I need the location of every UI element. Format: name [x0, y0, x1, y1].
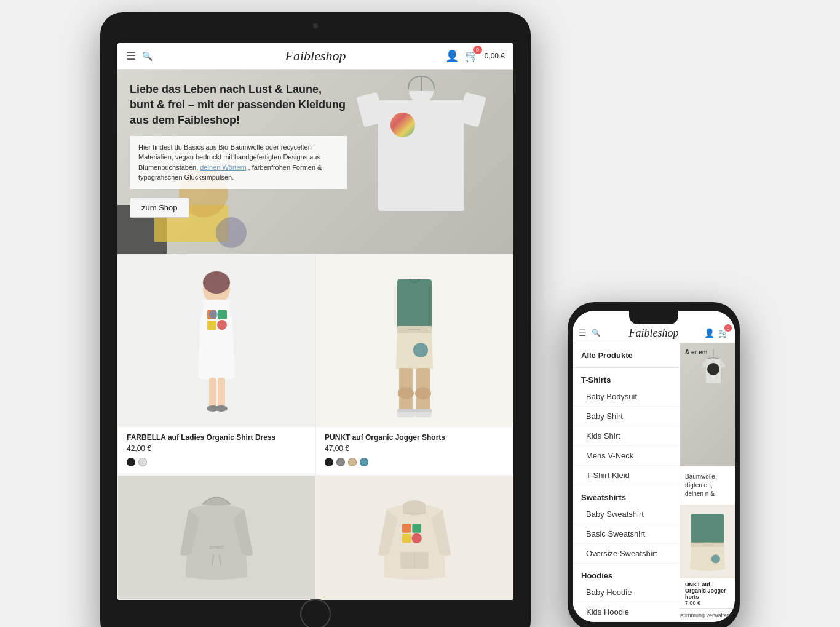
- hero-bg-circle-purple: [216, 217, 247, 248]
- account-icon[interactable]: 👤: [445, 49, 459, 63]
- tshirt-sleeve-left: [356, 92, 385, 127]
- swatch-2-beige[interactable]: [348, 458, 357, 466]
- product-price-1: 42,00 €: [127, 444, 306, 453]
- phone-bg-product-price: 7,00 €: [685, 600, 730, 606]
- svg-point-18: [415, 387, 431, 399]
- svg-rect-27: [412, 524, 421, 533]
- svg-rect-4: [207, 321, 216, 330]
- phone-bg-content: & er em: [680, 343, 735, 622]
- product-image-4: [316, 476, 513, 599]
- products-grid: FARBELLA auf Ladies Organic Shirt Dress …: [117, 254, 513, 600]
- tablet-brand[interactable]: Faibleshop: [285, 48, 346, 64]
- hero-cta-button[interactable]: zum Shop: [130, 198, 189, 218]
- nav-all-products[interactable]: Alle Produkte: [573, 343, 680, 368]
- phone-mini-tshirt: [695, 349, 732, 411]
- nav-sub-kids-hoodie[interactable]: Kids Hoodie: [573, 602, 680, 622]
- product-title-1: FARBELLA auf Ladies Organic Shirt Dress: [127, 433, 306, 442]
- menu-icon[interactable]: ☰: [126, 49, 136, 63]
- search-icon[interactable]: 🔍: [142, 51, 153, 61]
- product-illustration-4: [316, 476, 513, 599]
- navigation-menu: Alle Produkte T-Shirts Baby Bodysuit Bab…: [573, 343, 680, 622]
- svg-text:printed: printed: [210, 545, 223, 550]
- svg-rect-28: [402, 534, 411, 543]
- scene: ☰ 🔍 Faibleshop 👤 🛒 0 0,00 €: [12, 12, 828, 627]
- shirt-design-circle: [390, 113, 415, 137]
- phone-header-icons: 👤 🛒 0: [704, 328, 729, 338]
- phone-account-icon[interactable]: 👤: [704, 328, 715, 338]
- phone-screen: ☰ 🔍 Faibleshop 👤 🛒 0 Alle Produkte: [573, 311, 735, 622]
- product-image-1: [118, 255, 315, 427]
- svg-rect-7: [209, 378, 216, 409]
- phone-tshirt-svg: [695, 349, 732, 411]
- svg-rect-22: [414, 409, 432, 412]
- svg-point-5: [217, 320, 227, 330]
- svg-point-37: [711, 554, 720, 563]
- phone-bg-product-title: UNKT auf Organic Jogger horts: [685, 581, 730, 600]
- phone-brand[interactable]: Faibleshop: [629, 327, 679, 340]
- svg-point-34: [707, 363, 719, 375]
- hero-tshirt: [366, 76, 477, 223]
- phone-bg-hero: & er em: [680, 343, 735, 466]
- hero-title: Liebe das Leben nach Lust & Laune, bunt …: [130, 82, 347, 129]
- nav-category-sweatshirts[interactable]: Sweatshirts: [573, 485, 680, 505]
- svg-rect-35: [691, 514, 724, 545]
- svg-rect-36: [691, 543, 724, 547]
- product-card-4: [315, 476, 513, 600]
- product-card-3: printed: [117, 476, 315, 600]
- nav-sub-baby-shirt[interactable]: Baby Shirt: [573, 407, 680, 426]
- nav-sub-tshirt-kleid[interactable]: T-Shirt Kleid: [573, 466, 680, 485]
- phone-frame: ☰ 🔍 Faibleshop 👤 🛒 0 Alle Produkte: [568, 302, 740, 627]
- cart-icon[interactable]: 🛒 0: [465, 49, 478, 63]
- tshirt-sleeve-right: [458, 92, 486, 127]
- tshirt-neck: [409, 91, 434, 103]
- phone-screen-content: Alle Produkte T-Shirts Baby Bodysuit Bab…: [573, 343, 735, 622]
- swatch-black[interactable]: [127, 458, 135, 466]
- product-illustration-1: [118, 255, 315, 427]
- product-title-2: PUNKT auf Organic Jogger Shorts: [325, 433, 504, 442]
- phone-bg-product-img: [680, 505, 735, 578]
- swatch-white[interactable]: [138, 458, 147, 466]
- phone-search-icon[interactable]: 🔍: [592, 329, 601, 337]
- nav-sub-baby-hoodie[interactable]: Baby Hoodie: [573, 583, 680, 602]
- product-illustration-2: [316, 255, 513, 427]
- phone-menu-icon[interactable]: ☰: [579, 328, 587, 338]
- product-card-2: PUNKT auf Organic Jogger Shorts 47,00 €: [315, 254, 513, 476]
- product-price-2: 47,00 €: [325, 444, 504, 453]
- phone-bg-jogger-svg: [680, 505, 735, 578]
- svg-point-17: [398, 387, 414, 399]
- product-card-1: FARBELLA auf Ladies Organic Shirt Dress …: [117, 254, 315, 476]
- svg-point-29: [411, 533, 421, 543]
- product-info-2: PUNKT auf Organic Jogger Shorts 47,00 €: [316, 427, 513, 475]
- nav-sub-baby-sweatshirt[interactable]: Baby Sweatshirt: [573, 505, 680, 524]
- hero-description: Hier findest du Basics aus Bio-Baumwolle…: [130, 136, 347, 189]
- product-swatches-1: [127, 458, 306, 466]
- phone-bg-desc: Baumwolle, rtigten en, deinen n &: [680, 466, 735, 505]
- svg-rect-26: [402, 524, 411, 533]
- svg-rect-21: [397, 409, 414, 412]
- svg-rect-11: [397, 279, 432, 329]
- nav-category-hoodies[interactable]: Hoodies: [573, 564, 680, 583]
- product-info-1: FARBELLA auf Ladies Organic Shirt Dress …: [118, 427, 315, 475]
- nav-sub-oversize-sweatshirt[interactable]: Oversize Sweatshirt: [573, 544, 680, 564]
- swatch-2-teal[interactable]: [360, 458, 368, 466]
- hero-desc-link[interactable]: deinen Wörtern: [200, 164, 246, 171]
- svg-point-10: [215, 405, 228, 412]
- product-swatches-2: [325, 458, 504, 466]
- product-illustration-3: printed: [118, 476, 315, 599]
- svg-point-1: [203, 271, 230, 294]
- nav-sub-basic-sweatshirt[interactable]: Basic Sweatshirt: [573, 524, 680, 544]
- nav-sub-kids-shirt[interactable]: Kids Shirt: [573, 426, 680, 446]
- svg-point-14: [413, 343, 428, 357]
- consent-button[interactable]: Zustimmung verwalten: [674, 612, 730, 618]
- product-image-3: printed: [118, 476, 315, 599]
- svg-rect-8: [218, 378, 225, 409]
- tablet-frame: ☰ 🔍 Faibleshop 👤 🛒 0 0,00 €: [100, 12, 531, 627]
- phone-cart-icon[interactable]: 🛒 0: [718, 328, 729, 338]
- cart-badge: 0: [473, 46, 482, 54]
- nav-category-tshirts[interactable]: T-Shirts: [573, 368, 680, 387]
- swatch-2-black[interactable]: [325, 458, 333, 466]
- header-icons: 👤 🛒 0 0,00 €: [445, 49, 505, 63]
- nav-sub-mens-vneck[interactable]: Mens V-Neck: [573, 446, 680, 466]
- swatch-2-gray[interactable]: [336, 458, 345, 466]
- nav-sub-baby-bodysuit[interactable]: Baby Bodysuit: [573, 387, 680, 407]
